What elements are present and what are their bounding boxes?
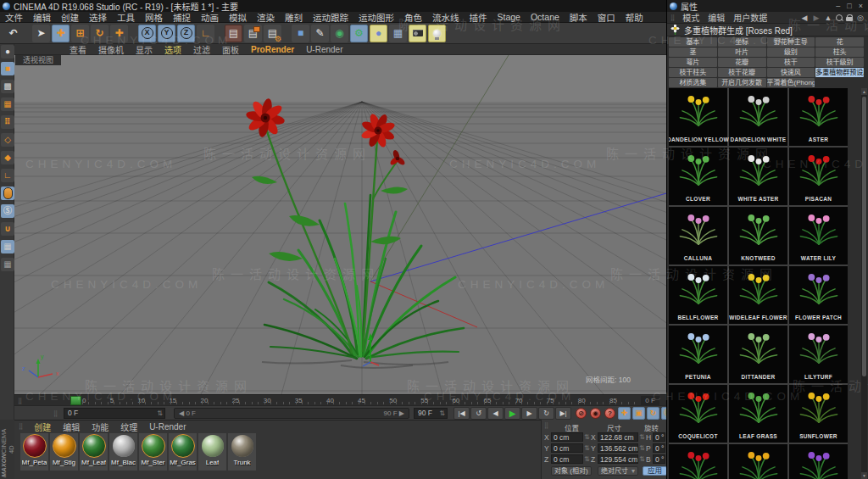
stepper-icon[interactable]: ⇅	[439, 409, 445, 418]
toolbar-button[interactable]: Y	[158, 25, 175, 42]
preset-cell[interactable]: DANDELION YELLOW	[669, 88, 727, 146]
menu-item[interactable]: 选择	[84, 11, 112, 24]
palette-button[interactable]: ◆	[1, 151, 14, 164]
preset-cell[interactable]: DANDELION WHITE	[729, 88, 787, 146]
viewport-menu-item[interactable]: 面板	[216, 43, 245, 56]
attribute-tab[interactable]: 花	[815, 37, 864, 47]
stepper-icon[interactable]: ⇅	[584, 433, 590, 441]
size-mode-dropdown[interactable]: 绝对尺寸▾	[598, 466, 638, 476]
apply-button[interactable]: 应用	[643, 466, 667, 476]
preset-cell[interactable]: BELLFLOWER	[669, 266, 727, 324]
stepper-icon[interactable]: ⇅	[584, 455, 590, 463]
menu-item[interactable]: 插件	[465, 11, 492, 24]
material-menu-item[interactable]: 功能	[86, 421, 114, 433]
attribute-tab[interactable]: 快速风	[767, 68, 815, 77]
size-field[interactable]: 136.562 cm	[598, 443, 638, 453]
attributes-object-row[interactable]: 多重植物群生成 [Roses Red]	[667, 24, 868, 36]
menu-item[interactable]: 流水线	[427, 11, 465, 24]
transport-button[interactable]: ▶	[504, 407, 520, 420]
viewport-menu-item[interactable]: U-Render	[300, 45, 348, 54]
position-field[interactable]: 0 cm	[551, 432, 583, 442]
rotation-field[interactable]: 0 °	[653, 432, 665, 442]
toolbar-button[interactable]: ✎	[311, 25, 329, 42]
palette-button[interactable]: ■	[1, 62, 14, 75]
menu-item[interactable]: 网格	[140, 11, 168, 24]
search-icon[interactable]	[836, 14, 843, 21]
preset-cell[interactable]: SUNFLOWER	[789, 385, 848, 443]
material-swatch[interactable]: Mf_Leaf	[80, 433, 108, 471]
viewport-tab[interactable]: 透视视图	[15, 55, 61, 65]
menu-item[interactable]: Stage	[492, 12, 526, 22]
material-swatch[interactable]: Trunk	[228, 433, 256, 471]
attribute-tab[interactable]: 开启几何发散	[718, 78, 766, 87]
preset-cell[interactable]: ROSES RED	[669, 444, 727, 479]
attribute-tab[interactable]: 花瓣	[718, 58, 766, 67]
menu-item[interactable]: 创建	[56, 11, 84, 24]
transport-button[interactable]: ▶	[521, 407, 537, 420]
viewport-menu-item[interactable]: 摄像机	[92, 43, 130, 56]
material-swatch[interactable]: Mf_Gras	[169, 433, 197, 471]
material-menu-item[interactable]: U-Render	[143, 422, 192, 432]
viewport-menu-item[interactable]: 选项	[159, 43, 187, 56]
toolbar-button[interactable]	[24, 25, 31, 42]
palette-button[interactable]: ◇	[1, 133, 14, 147]
record-button[interactable]: ◉	[590, 408, 601, 419]
viewport-menu-item[interactable]: 查看	[64, 43, 92, 56]
menu-item[interactable]: 帮助	[620, 11, 648, 24]
preset-cell[interactable]: CLOVER	[669, 148, 727, 205]
attributes-menu-grip[interactable]: ⣿	[670, 14, 675, 21]
viewport[interactable]: 透视视图	[14, 55, 666, 394]
toolbar-button[interactable]: Z	[177, 25, 195, 42]
material-swatch[interactable]: Mf_Stig	[50, 433, 78, 471]
preset-cell[interactable]: PETUNIA	[669, 326, 727, 383]
transport-button[interactable]: ▶|	[555, 407, 571, 420]
transport-button[interactable]: ◀	[487, 407, 504, 420]
material-swatch[interactable]: Mf_Peta	[20, 433, 48, 471]
preset-cell[interactable]: PISACAN	[789, 148, 848, 205]
preset-cell[interactable]: DITTANDER	[729, 326, 787, 383]
palette-button[interactable]: ▦	[1, 97, 14, 111]
toolbar-button[interactable]: ↻	[91, 25, 108, 42]
attribute-tab[interactable]: 野花种主导	[767, 37, 815, 47]
menu-item[interactable]: 角色	[399, 11, 427, 24]
viewport-menu-item[interactable]: 显示	[130, 43, 159, 56]
transport-button[interactable]: ↻	[538, 407, 554, 420]
viewport-menu-item[interactable]: ProRender	[245, 45, 300, 54]
record-toggle-button[interactable]: ✚	[618, 407, 631, 420]
material-menu-item[interactable]: 创建	[28, 421, 57, 433]
attribute-tab[interactable]: 坐标	[718, 37, 766, 47]
toolbar-button[interactable]: ⚙	[350, 25, 368, 42]
position-field[interactable]: 0 cm	[551, 454, 583, 464]
attribute-tab[interactable]: 叶片	[718, 47, 766, 57]
ruler-grip[interactable]: ⣿	[18, 398, 23, 404]
menu-item[interactable]: 渲染	[252, 11, 280, 24]
user-data-menu[interactable]: 用户数据	[729, 11, 771, 24]
toolbar-button[interactable]: ▦	[389, 25, 407, 42]
record-button[interactable]: ⊘	[576, 408, 587, 419]
attribute-tab[interactable]: 级别	[767, 47, 815, 57]
preset-cell[interactable]: KNOTWEED	[729, 207, 787, 265]
framebar-grip[interactable]: ⣿	[53, 410, 58, 417]
size-field[interactable]: 129.554 cm	[598, 454, 638, 464]
palette-button[interactable]: ∟	[1, 169, 14, 182]
toolbar-button[interactable]: ▤	[225, 25, 242, 42]
coordinates-grip[interactable]: ⣿	[544, 422, 549, 429]
minimize-button[interactable]: –	[836, 2, 840, 10]
menu-item[interactable]: 编辑	[28, 11, 56, 24]
preset-cell[interactable]: ROSES YELLOW	[729, 444, 787, 479]
menu-item[interactable]: 工具	[112, 11, 140, 24]
toolbar-button[interactable]	[216, 25, 223, 42]
attribute-tab[interactable]: 基本	[669, 37, 717, 47]
material-menu-grip[interactable]: ⣿	[19, 423, 23, 430]
toolbar-button[interactable]	[428, 25, 446, 42]
palette-button[interactable]: ⠿	[1, 115, 14, 129]
toolbar-button[interactable]: ➤	[32, 25, 50, 42]
preset-cell[interactable]: ROSES VIOLET	[789, 444, 848, 479]
toolbar-button[interactable]: ◉	[331, 25, 348, 42]
attribute-tab[interactable]: 枝干花瓣	[718, 68, 766, 77]
toolbar-button[interactable]: ✚	[52, 25, 70, 42]
preset-cell[interactable]: COQUELICOT	[669, 385, 727, 443]
menu-item[interactable]: Octane	[526, 12, 565, 22]
menu-item[interactable]: 雕刻	[280, 11, 308, 24]
preset-cell[interactable]: CALLUNA	[669, 207, 727, 265]
